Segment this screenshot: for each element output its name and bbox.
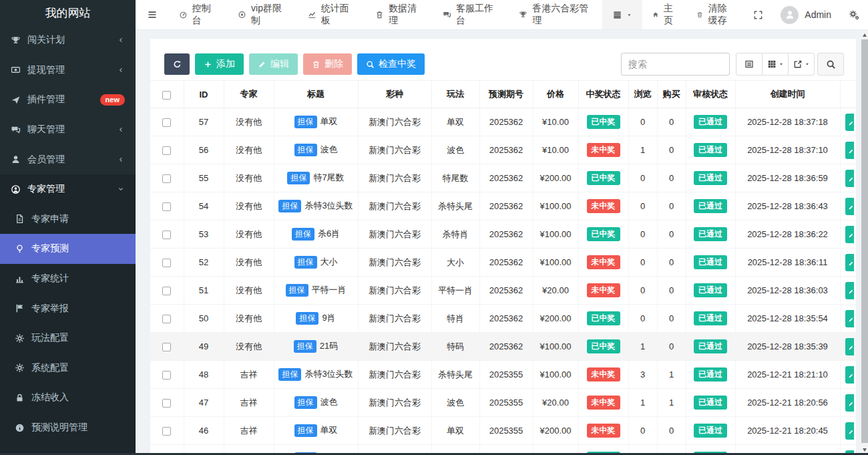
- table-row[interactable]: 50 没有他 担保9肖 新澳门六合彩 特肖 2025362 ¥200.00 已中…: [150, 305, 856, 333]
- table-row[interactable]: 51 没有他 担保平特一肖 新澳门六合彩 平特一肖 2025362 ¥20.00…: [150, 277, 856, 305]
- col-id[interactable]: ID: [184, 81, 224, 108]
- check-win-button[interactable]: 检查中奖: [357, 53, 425, 75]
- row-checkbox[interactable]: [162, 427, 171, 436]
- sidebar-item-chat-management[interactable]: 聊天管理: [0, 115, 136, 145]
- nav-item-service-workbench[interactable]: 客服工作台: [433, 0, 509, 29]
- col-title[interactable]: 标题: [274, 81, 358, 108]
- row-checkbox[interactable]: [162, 315, 171, 323]
- row-edit-button[interactable]: [845, 338, 854, 355]
- cell-id: 50: [184, 305, 224, 333]
- table-row[interactable]: 47 吉祥 担保波色 新澳门六合彩 波色 2025355 ¥20.00 未中奖 …: [150, 389, 856, 417]
- row-checkbox[interactable]: [162, 259, 171, 267]
- table-row[interactable]: 54 没有他 担保杀特3位头数 新澳门六合彩 杀特头尾 2025362 ¥100…: [150, 192, 856, 220]
- search-input[interactable]: [621, 53, 730, 75]
- win-status-badge: 未中奖: [587, 255, 620, 270]
- table-row[interactable]: 53 没有他 担保杀6肖 新澳门六合彩 杀特肖 2025362 ¥100.00 …: [150, 220, 856, 249]
- toggle-view-button[interactable]: [736, 53, 763, 75]
- col-audit-status[interactable]: 审核状态: [686, 81, 735, 108]
- sidebar-toggle-button[interactable]: [136, 0, 169, 29]
- cell-lottery: 新澳门六合彩: [358, 277, 431, 305]
- audit-status-badge: 已通过: [694, 339, 727, 354]
- col-play[interactable]: 玩法: [431, 81, 479, 108]
- edit-button[interactable]: 编辑: [249, 53, 298, 75]
- search-toggle-button[interactable]: [817, 53, 844, 75]
- col-buys[interactable]: 购买: [657, 81, 686, 108]
- sidebar-item-expert-apply[interactable]: 专家申请: [0, 204, 136, 235]
- sidebar-item-frozen-income[interactable]: 冻结收入: [0, 383, 136, 413]
- row-checkbox[interactable]: [162, 174, 171, 183]
- refresh-button[interactable]: [164, 53, 190, 75]
- table-row[interactable]: 56 没有他 担保波色 新澳门六合彩 波色 2025362 ¥10.00 未中奖…: [150, 136, 856, 164]
- row-edit-button[interactable]: [845, 198, 854, 215]
- row-edit-button[interactable]: [845, 310, 854, 327]
- nav-item-clear-cache[interactable]: 清除缓存: [686, 0, 744, 29]
- table-row[interactable]: 55 没有他 担保特7尾数 新澳门六合彩 特尾数 2025362 ¥200.00…: [150, 164, 856, 192]
- row-edit-button[interactable]: [845, 254, 854, 271]
- row-checkbox[interactable]: [162, 371, 171, 380]
- row-edit-button[interactable]: [845, 282, 854, 299]
- nav-item-home[interactable]: 主页: [642, 0, 686, 29]
- sidebar-item-predict-instructions[interactable]: 预测说明管理: [0, 413, 136, 443]
- col-expert[interactable]: 专家: [224, 81, 274, 108]
- add-button[interactable]: 添加: [195, 53, 244, 75]
- row-edit-button[interactable]: [845, 422, 854, 440]
- vertical-scrollbar[interactable]: [861, 30, 868, 455]
- settings-button[interactable]: [840, 0, 868, 29]
- sidebar-item-addon-management[interactable]: 插件管理 new: [0, 85, 136, 115]
- cell-win-status: 已中奖: [578, 164, 628, 192]
- table-row[interactable]: 49 没有他 担保21码 新澳门六合彩 特码 2025362 ¥100.00 已…: [150, 333, 856, 361]
- sidebar-item-expert-predict[interactable]: 专家预测: [0, 234, 136, 264]
- row-edit-button[interactable]: [845, 170, 854, 187]
- table-row[interactable]: 46 吉祥 担保单双 新澳门六合彩 单双 2025355 ¥200.00 未中奖…: [150, 417, 856, 445]
- row-checkbox[interactable]: [162, 231, 171, 239]
- nav-item-console[interactable]: 控制台: [169, 0, 228, 29]
- row-edit-button[interactable]: [845, 366, 854, 384]
- row-checkbox[interactable]: [162, 118, 171, 127]
- col-price[interactable]: 价格: [533, 81, 578, 108]
- export-button[interactable]: [788, 53, 815, 75]
- col-views[interactable]: 浏览: [628, 81, 657, 108]
- col-period[interactable]: 预测期号: [479, 81, 533, 108]
- sidebar-item-system-config[interactable]: 系统配置: [0, 353, 136, 384]
- sidebar-item-member-management[interactable]: 会员管理: [0, 144, 136, 174]
- sidebar-item-withdraw-management[interactable]: 提现管理: [0, 55, 136, 86]
- row-edit-button[interactable]: [845, 114, 854, 131]
- nav-item-stats-panel[interactable]: 统计面板: [298, 0, 365, 29]
- sidebar-item-expert-management[interactable]: 专家管理: [0, 174, 136, 204]
- row-checkbox[interactable]: [162, 287, 171, 295]
- table-row[interactable]: 52 没有他 担保大小 新澳门六合彩 大小 2025362 ¥100.00 未中…: [150, 249, 856, 277]
- nav-item-vip-group-limit[interactable]: vip群限制: [228, 0, 298, 29]
- sidebar-item-play-config[interactable]: 玩法配置: [0, 323, 136, 353]
- row-edit-button[interactable]: [845, 394, 854, 412]
- sidebar-item-expert-report[interactable]: 专家举报: [0, 293, 136, 323]
- row-checkbox[interactable]: [162, 399, 171, 408]
- select-all-checkbox[interactable]: [162, 91, 171, 100]
- cell-created: 2025-12-28 18:37:18: [735, 108, 840, 136]
- columns-button[interactable]: [762, 53, 789, 75]
- col-lottery[interactable]: 彩种: [358, 81, 431, 108]
- user-menu[interactable]: Admin: [772, 0, 840, 29]
- tabs-dropdown-button[interactable]: [602, 0, 642, 29]
- delete-button[interactable]: 删除: [303, 53, 352, 75]
- row-edit-button[interactable]: [845, 142, 854, 159]
- col-win-status[interactable]: 中奖状态: [578, 81, 628, 108]
- table-row[interactable]: 48 吉祥 担保杀特3位头数 新澳门六合彩 杀特头尾 2025355 ¥100.…: [150, 361, 856, 389]
- fullscreen-button[interactable]: [744, 0, 772, 29]
- cell-play: 杀特肖: [431, 220, 479, 249]
- row-checkbox[interactable]: [162, 146, 171, 155]
- table-row[interactable]: 57 没有他 担保单双 新澳门六合彩 单双 2025362 ¥10.00 已中奖…: [150, 108, 856, 136]
- row-checkbox[interactable]: [162, 202, 171, 211]
- scrollbar-up-icon[interactable]: [863, 33, 867, 37]
- nav-item-hk-lottery-admin[interactable]: 香港六合彩管理: [509, 0, 602, 29]
- sidebar-item-expert-stats[interactable]: 专家统计: [0, 264, 136, 294]
- scrollbar-down-icon[interactable]: [863, 448, 867, 452]
- sidebar-item-mission-plan[interactable]: 闯关计划: [0, 25, 136, 55]
- col-created[interactable]: 创建时间: [735, 81, 840, 108]
- scrollbar-thumb[interactable]: [861, 39, 868, 443]
- row-checkbox[interactable]: [162, 343, 171, 351]
- gear-icon: [15, 333, 25, 343]
- cell-audit-status: 已通过: [686, 361, 735, 389]
- row-edit-button[interactable]: [845, 226, 854, 243]
- cell-created: 2025-12-21 18:20:45: [735, 417, 840, 445]
- nav-item-data-clean[interactable]: 数据清理: [365, 0, 433, 29]
